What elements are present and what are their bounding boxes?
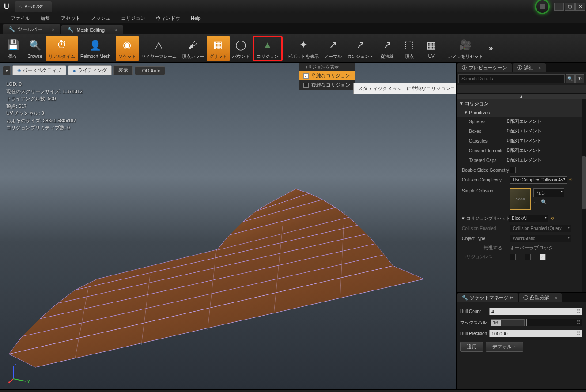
max-hull-input[interactable]: ⠿ xyxy=(526,319,582,326)
menu-mesh[interactable]: メッシュ xyxy=(86,14,116,23)
checkbox[interactable] xyxy=(510,167,516,173)
menu-file[interactable]: ファイル xyxy=(5,14,35,23)
search-filter-button[interactable]: 🔍 xyxy=(566,74,575,83)
section-primitives[interactable]: ▾Primitives xyxy=(457,108,586,117)
close-button[interactable]: ✕ xyxy=(575,3,585,11)
prop-collision-complexity: Collision ComplexityUse Complex Collisio… xyxy=(457,175,586,185)
menu-edit[interactable]: 編集 xyxy=(35,14,56,23)
search-eye-button[interactable]: 👁 xyxy=(575,74,584,83)
collapse-bar[interactable]: ▲ xyxy=(457,94,586,99)
axis-gizmo[interactable]: z y x xyxy=(8,362,30,384)
preset-dropdown[interactable]: BlockAll xyxy=(509,215,548,222)
tool-binormal[interactable]: ↗従法線 xyxy=(376,36,398,61)
prop-capsules: Capsules0 配列エレメント xyxy=(457,136,586,146)
menu-collision[interactable]: コリジョン xyxy=(116,14,151,23)
prop-spheres: Spheres0 配列エレメント xyxy=(457,117,586,126)
tab-mesh-editing[interactable]: 🔧 Mesh Editing × xyxy=(61,25,123,34)
tool-save[interactable]: 💾保存 xyxy=(2,36,24,61)
tool-vertex[interactable]: ⬚頂点 xyxy=(398,36,420,61)
chevron-down-icon: ▾ xyxy=(465,109,467,115)
tab-socket-manager[interactable]: 🔧ソケットマネージャ xyxy=(457,293,518,302)
tooltip: スタティックメッシュに単純なコリジョンコリジョンメッシュが割り当てられている場合… xyxy=(353,83,456,94)
spinner-icon: ⠿ xyxy=(577,309,580,314)
menu-asset[interactable]: アセット xyxy=(56,14,86,23)
reset-icon[interactable]: ⟲ xyxy=(550,216,554,221)
tab-convex[interactable]: ⓘ凸型分解× xyxy=(519,293,562,302)
lod-dropdown[interactable]: LOD Auto xyxy=(135,66,166,75)
max-hull-row: マックスハル 16 ⠿ xyxy=(457,317,586,328)
close-icon[interactable]: × xyxy=(539,65,541,71)
wrench-icon: 🔧 xyxy=(462,295,468,301)
tool-reimport[interactable]: 👤Reimport Mesh xyxy=(78,36,113,61)
spinner-icon: ⠿ xyxy=(577,331,580,336)
wireframe-icon: △ xyxy=(151,38,166,53)
tool-wireframe[interactable]: △ワイヤーフレーム xyxy=(139,36,179,61)
arrow-left-icon[interactable]: ← xyxy=(533,199,538,205)
asset-thumbnail[interactable]: None xyxy=(510,188,531,210)
tool-camera-reset[interactable]: 🎥カメラをリセット xyxy=(445,36,486,61)
close-icon[interactable]: × xyxy=(555,295,557,301)
cube-icon: ◈ xyxy=(17,68,21,73)
tool-socket[interactable]: ◉ソケット xyxy=(116,36,139,61)
right-panel-tabs: ⓘプレビューシーン ⓘ詳細× xyxy=(457,63,586,72)
tab-details[interactable]: ⓘ詳細× xyxy=(513,63,546,72)
search-icon: 🔍 xyxy=(27,38,42,53)
dropdown-item-simple[interactable]: ✓ 単純なコリジョン xyxy=(299,71,355,80)
enabled-dropdown[interactable]: Collision Enabled (Query xyxy=(510,225,571,232)
titlebar: 𝖴 ⌂ Box078* — ▢ ✕ xyxy=(0,0,586,13)
viewport-options-dropdown[interactable]: ▾ xyxy=(3,66,11,75)
hull-count-row: Hull Count 4⠿ xyxy=(457,306,586,317)
lit-dropdown[interactable]: ●ライティング xyxy=(68,65,112,75)
dropdown-header: コリジョンを表示 xyxy=(299,63,355,71)
apply-button[interactable]: 適用 xyxy=(460,342,483,352)
pivot-icon: ✦ xyxy=(296,38,311,53)
default-button[interactable]: デフォルト xyxy=(486,342,523,352)
minimize-button[interactable]: — xyxy=(554,3,564,11)
objtype-dropdown[interactable]: WorldStatic xyxy=(510,235,571,242)
tool-uv[interactable]: ▦UV xyxy=(420,36,442,61)
tool-tangent[interactable]: ↗タンジェント xyxy=(344,36,376,61)
precision-input[interactable]: 100000⠿ xyxy=(489,330,582,337)
prop-collision-response: コリジョンレス ✓ xyxy=(457,252,586,262)
tool-normal[interactable]: ↗ノーマル xyxy=(321,36,344,61)
tool-browse[interactable]: 🔍Browse xyxy=(24,36,46,61)
tool-bound[interactable]: ◯バウンド xyxy=(230,36,253,61)
tool-grid[interactable]: ▦グリッド xyxy=(207,36,230,61)
details-panel: ⓘプレビューシーン ⓘ詳細× 🔍 👁 ▲ ▾コリジョン ▾Primitives … xyxy=(456,63,586,389)
svg-text:x: x xyxy=(8,379,11,384)
toolbar-overflow[interactable]: » xyxy=(486,36,496,61)
tool-collision[interactable]: ▲コリジョン xyxy=(253,36,283,61)
checkbox[interactable] xyxy=(510,254,516,260)
scrollbar[interactable] xyxy=(582,99,586,292)
search-icon[interactable]: 🔍 xyxy=(541,199,547,205)
secondary-tabs: 🔧 ツールバー × 🔧 Mesh Editing × xyxy=(0,23,586,34)
ue-logo-icon: 𝖴 xyxy=(0,0,13,13)
bottom-panel-tabs: 🔧ソケットマネージャ ⓘ凸型分解× xyxy=(457,293,586,302)
tab-toolbar[interactable]: 🔧 ツールバー × xyxy=(3,24,60,34)
maximize-button[interactable]: ▢ xyxy=(565,3,575,11)
tool-pivot[interactable]: ✦ピボットを表示 xyxy=(285,36,321,61)
simple-collision-dropdown[interactable]: なし xyxy=(533,188,564,197)
title-tab[interactable]: ⌂ Box078* xyxy=(15,1,52,12)
tool-realtime[interactable]: ⏱リアルタイム xyxy=(46,36,78,61)
show-dropdown[interactable]: 表示 xyxy=(113,65,133,75)
section-collision[interactable]: ▾コリジョン xyxy=(457,99,586,108)
viewport-stats: LOD: 0 現在のスクリーンサイズ: 1.378312 トライアングル数: 5… xyxy=(6,80,83,132)
tab-preview-scene[interactable]: ⓘプレビューシーン xyxy=(457,63,512,72)
reset-icon[interactable]: ⟲ xyxy=(569,177,572,182)
collision-complexity-dropdown[interactable]: Use Complex Collision As xyxy=(510,176,567,184)
window-controls: — ▢ ✕ xyxy=(535,0,586,14)
search-input[interactable] xyxy=(458,74,565,83)
viewport[interactable]: ▾ ◈パースペクティブ ●ライティング 表示 LOD Auto LOD: 0 現… xyxy=(0,63,456,389)
hull-count-input[interactable]: 4⠿ xyxy=(489,308,582,315)
spinner-icon: ⠿ xyxy=(577,320,580,325)
tool-vertexcolor[interactable]: 🖌頂点カラー xyxy=(179,36,207,61)
perspective-dropdown[interactable]: ◈パースペクティブ xyxy=(12,65,66,75)
menu-help[interactable]: Help xyxy=(185,15,206,22)
menu-window[interactable]: ウィンドウ xyxy=(151,14,185,23)
source-control-icon[interactable] xyxy=(535,0,550,14)
checkbox[interactable] xyxy=(525,254,531,260)
max-hull-slider[interactable]: 16 xyxy=(491,319,525,326)
checkbox-checked[interactable]: ✓ xyxy=(540,254,546,260)
dropdown-item-complex[interactable]: 複雑なコリジョン xyxy=(299,80,355,90)
